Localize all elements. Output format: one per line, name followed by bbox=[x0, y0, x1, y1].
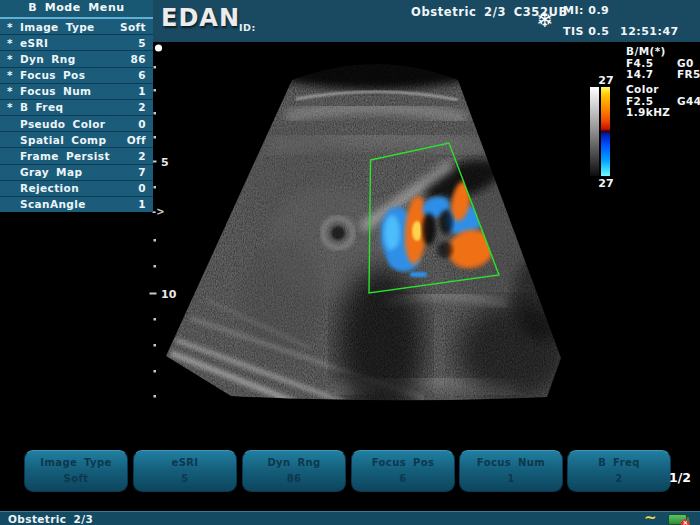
ultrasound-screen: 5 10 -> EDAN ID: Obstetric 2/3 C352UB ❄ … bbox=[0, 0, 700, 525]
menu-item-image-type[interactable]: * Image Type Soft bbox=[0, 19, 153, 35]
mode-readout: B/M(*) bbox=[626, 45, 666, 57]
doppler-color-bar bbox=[601, 87, 610, 176]
menu-item-esri[interactable]: * eSRI 5 bbox=[0, 35, 153, 51]
softkey-focus-num[interactable]: Focus Num 1 bbox=[459, 450, 563, 492]
battery-error-badge-icon: × bbox=[681, 519, 690, 525]
softkey-page-indicator: 1/2 bbox=[669, 470, 691, 485]
depth-label-5: 5 bbox=[161, 156, 169, 169]
color-mode-label: Color bbox=[626, 83, 659, 95]
frame-rate: FR5 bbox=[677, 68, 700, 80]
menu-item-b-freq[interactable]: * B Freq 2 bbox=[0, 100, 153, 116]
active-marker: * bbox=[7, 101, 20, 113]
freeze-snowflake-icon: ❄ bbox=[536, 7, 554, 33]
b-mode-menu: B Mode Menu * Image Type Soft * eSRI 5 *… bbox=[0, 0, 153, 212]
active-marker: * bbox=[7, 85, 20, 97]
depth-readout: 14.7 bbox=[626, 68, 654, 80]
ac-power-wave-icon: ~ bbox=[644, 509, 657, 525]
status-exam-preset: Obstetric 2/3 bbox=[8, 513, 93, 525]
scale-max-label: 27 bbox=[594, 74, 618, 87]
focus-position-marker-icon: -> bbox=[152, 206, 165, 217]
gray-map-bar bbox=[590, 87, 599, 176]
menu-item-scanangle[interactable]: ScanAngle 1 bbox=[0, 197, 153, 212]
softkey-image-type[interactable]: Image Type Soft bbox=[24, 450, 128, 492]
menu-item-frame-persist[interactable]: Frame Persist 2 bbox=[0, 148, 153, 164]
system-time: 12:51:47 bbox=[620, 25, 679, 38]
menu-item-pseudo-color[interactable]: Pseudo Color 0 bbox=[0, 116, 153, 132]
orientation-marker-icon bbox=[155, 44, 162, 51]
status-bar: Obstetric 2/3 ~ × bbox=[0, 511, 700, 525]
menu-item-gray-map[interactable]: Gray Map 7 bbox=[0, 165, 153, 181]
tis-value: TIS 0.5 bbox=[563, 25, 609, 38]
menu-item-focus-num[interactable]: * Focus Num 1 bbox=[0, 84, 153, 100]
menu-item-dyn-rng[interactable]: * Dyn Rng 86 bbox=[0, 51, 153, 67]
battery-icon: × bbox=[668, 514, 687, 525]
active-marker: * bbox=[7, 37, 20, 49]
active-marker: * bbox=[7, 21, 20, 33]
softkey-esri[interactable]: eSRI 5 bbox=[133, 450, 237, 492]
mi-value: MI: 0.9 bbox=[563, 4, 609, 17]
menu-title: B Mode Menu bbox=[0, 0, 153, 19]
scale-min-label: 27 bbox=[594, 177, 618, 190]
menu-item-rejection[interactable]: Rejection 0 bbox=[0, 181, 153, 197]
top-bar: EDAN ID: Obstetric 2/3 C352UB ❄ MI: 0.9 … bbox=[153, 0, 700, 42]
active-marker: * bbox=[7, 53, 20, 65]
color-gain: G44 bbox=[677, 95, 700, 107]
softkey-dyn-rng[interactable]: Dyn Rng 86 bbox=[242, 450, 346, 492]
menu-item-focus-pos[interactable]: * Focus Pos 6 bbox=[0, 68, 153, 84]
active-marker: * bbox=[7, 69, 20, 81]
color-prf: 1.9kHZ bbox=[626, 106, 670, 118]
edan-logo: EDAN bbox=[161, 4, 240, 32]
depth-label-10: 10 bbox=[161, 288, 177, 301]
menu-item-spatial-comp[interactable]: Spatial Comp Off bbox=[0, 132, 153, 148]
softkey-b-freq[interactable]: B Freq 2 bbox=[567, 450, 671, 492]
softkey-focus-pos[interactable]: Focus Pos 6 bbox=[351, 450, 455, 492]
b-mode-fan bbox=[150, 38, 580, 423]
patient-id-label: ID: bbox=[239, 22, 256, 33]
